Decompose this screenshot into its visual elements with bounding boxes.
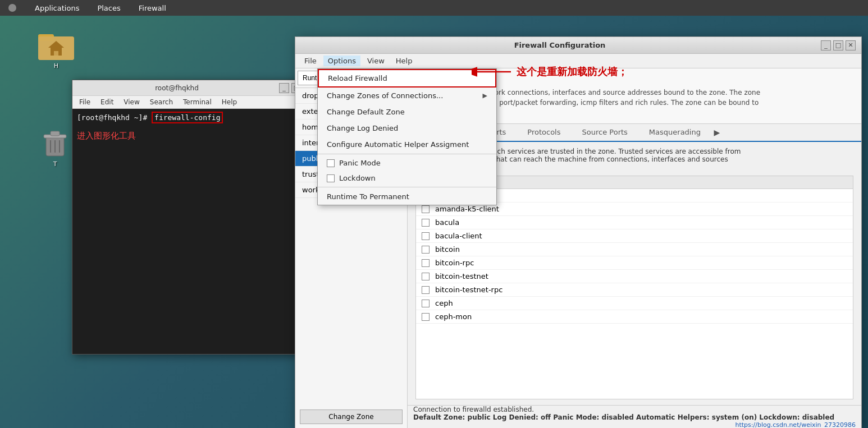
fw-tab-masquerading[interactable]: Masquerading	[638, 124, 711, 141]
fw-maximize-btn[interactable]: □	[833, 40, 843, 50]
fw-services-table: Service amanda-client amanda-k5-client b…	[415, 176, 853, 399]
fw-service-bacula[interactable]: bacula	[416, 216, 853, 229]
fw-status-helpers-label: Automatic Helpers:	[636, 413, 712, 421]
terminal-file-menu[interactable]: File	[76, 97, 94, 107]
terminal-minimize-btn[interactable]: _	[279, 83, 289, 93]
fw-change-zone-button[interactable]: Change Zone	[300, 409, 403, 424]
terminal-terminal-menu[interactable]: Terminal	[180, 97, 215, 107]
svg-rect-9	[51, 131, 60, 136]
fw-tab-source-ports[interactable]: Source Ports	[572, 124, 638, 141]
panic-mode-label: Panic Mode	[339, 159, 381, 167]
submenu-arrow-icon: ▶	[483, 92, 487, 99]
fw-status-url: https://blog.csdn.net/weixin_27320986	[735, 421, 856, 428]
trash-icon[interactable]: T	[38, 129, 72, 168]
menu-item-reload-firewalld[interactable]: Reload Firewalld	[318, 69, 496, 88]
terminal-titlebar: root@fhqkhd _ □ ✕	[72, 80, 318, 96]
terminal-search-menu[interactable]: Search	[147, 97, 176, 107]
fw-service-checkbox-bacula[interactable]	[422, 219, 430, 227]
terminal-help-menu[interactable]: Help	[218, 97, 240, 107]
menu-item-change-log-denied[interactable]: Change Log Denied	[318, 120, 496, 136]
fw-service-checkbox-ceph[interactable]	[422, 300, 430, 307]
fw-status-lockdown-label: Lockdown:	[759, 413, 802, 421]
fw-service-label: bitcoin-testnet	[435, 272, 488, 280]
fw-minimize-btn[interactable]: _	[821, 40, 831, 50]
fw-status-log-denied-val: off	[541, 413, 553, 421]
applications-menu[interactable]: Applications	[31, 3, 83, 13]
menu-item-change-log-denied-label: Change Log Denied	[327, 124, 398, 132]
fw-service-bitcoin-testnet-rpc[interactable]: bitcoin-testnet-rpc	[416, 283, 853, 297]
fw-view-menu[interactable]: View	[363, 56, 389, 66]
fw-service-checkbox-bacula-client[interactable]	[422, 232, 430, 240]
menu-item-change-default-zone[interactable]: Change Default Zone	[318, 104, 496, 120]
svg-rect-6	[54, 51, 58, 56]
fw-tab-next-btn[interactable]: ▶	[711, 124, 723, 141]
terminal-edit-menu[interactable]: Edit	[97, 97, 117, 107]
trash-label: T	[53, 160, 57, 168]
folder-label: H	[54, 62, 58, 70]
menu-item-lockdown[interactable]: Lockdown	[318, 171, 496, 186]
fw-status-connection: Connection to firewalld established.	[413, 406, 856, 413]
fw-file-menu[interactable]: File	[300, 56, 321, 66]
fw-service-checkbox-amanda-k5-client[interactable]	[422, 205, 430, 213]
fw-service-ceph-mon[interactable]: ceph-mon	[416, 310, 853, 324]
fw-service-bacula-client[interactable]: bacula-client	[416, 229, 853, 243]
fw-service-label: ceph-mon	[435, 312, 472, 321]
fw-service-checkbox-ceph-mon[interactable]	[422, 313, 430, 321]
fw-close-btn[interactable]: ✕	[846, 40, 856, 50]
fw-titlebar: Firewall Configuration _ □ ✕	[295, 37, 861, 54]
desktop-folder-icon[interactable]: H	[34, 31, 79, 70]
fw-service-bitcoin-rpc[interactable]: bitcoin-rpc	[416, 256, 853, 270]
fw-status-panic-val: disabled	[602, 413, 637, 421]
folder-svg	[38, 31, 74, 60]
places-menu[interactable]: Places	[94, 3, 124, 13]
fw-service-bitcoin-testnet[interactable]: bitcoin-testnet	[416, 270, 853, 283]
menu-separator-2	[318, 187, 496, 187]
terminal-content[interactable]: [root@fhqkhd ~]# firewall-config 进入图形化工具	[72, 109, 318, 350]
desktop-topbar: Applications Places Firewall	[0, 0, 868, 16]
fw-service-checkbox-bitcoin-rpc[interactable]	[422, 259, 430, 267]
annotation-container: 这个是重新加载防火墙；	[472, 61, 628, 83]
lockdown-checkbox[interactable]	[327, 174, 335, 182]
lockdown-label: Lockdown	[339, 174, 376, 182]
svg-point-0	[8, 4, 16, 12]
fw-service-label: ceph	[435, 299, 453, 307]
menu-item-configure-helpers-label: Configure Automatic Helper Assigment	[327, 140, 469, 149]
fw-status-lockdown-val: disabled	[802, 413, 834, 421]
menu-item-change-default-zone-label: Change Default Zone	[327, 108, 405, 116]
terminal-prompt-line: [root@fhqkhd ~]# firewall-config	[77, 113, 314, 122]
fw-service-label: bacula	[435, 218, 459, 227]
fw-tab-protocols[interactable]: Protocols	[517, 124, 571, 141]
menu-separator-1	[318, 154, 496, 154]
fw-service-checkbox-bitcoin[interactable]	[422, 246, 430, 254]
fw-service-bitcoin[interactable]: bitcoin	[416, 243, 853, 256]
menu-item-configure-helpers[interactable]: Configure Automatic Helper Assigment	[318, 136, 496, 153]
fw-options-menu[interactable]: Options	[323, 56, 360, 66]
fw-status-default-zone-val: public	[468, 413, 493, 421]
fw-service-label: bitcoin	[435, 245, 460, 254]
menu-item-panic-mode[interactable]: Panic Mode	[318, 155, 496, 171]
terminal-title: root@fhqkhd	[77, 84, 277, 92]
fw-service-ceph[interactable]: ceph	[416, 297, 853, 310]
menu-item-runtime-to-permanent[interactable]: Runtime To Permanent	[318, 188, 496, 205]
fw-service-label: amanda-k5-client	[435, 205, 499, 213]
fw-service-checkbox-bitcoin-testnet-rpc[interactable]	[422, 286, 430, 294]
app-icon	[4, 2, 20, 13]
panic-mode-checkbox[interactable]	[327, 159, 335, 167]
trash-svg	[42, 129, 68, 158]
fw-status-helpers-val: system (on)	[712, 413, 760, 421]
fw-service-label: bacula-client	[435, 232, 482, 240]
fw-status-log-denied-label: Log Denied:	[493, 413, 541, 421]
menu-item-change-zones[interactable]: Change Zones of Connections... ▶	[318, 88, 496, 104]
terminal-menubar: File Edit View Search Terminal Help	[72, 96, 318, 109]
terminal-window: root@fhqkhd _ □ ✕ File Edit View Search …	[72, 80, 319, 355]
fw-service-label: bitcoin-rpc	[435, 259, 474, 267]
terminal-annotation: 进入图形化工具	[77, 131, 314, 141]
fw-status-default-zone-label: Default Zone:	[413, 413, 468, 421]
terminal-command: firewall-config	[152, 112, 223, 123]
annotation-arrow-svg	[472, 61, 517, 83]
terminal-view-menu[interactable]: View	[120, 97, 143, 107]
fw-help-menu[interactable]: Help	[391, 56, 417, 66]
firewall-menu[interactable]: Firewall	[135, 3, 170, 13]
menu-item-change-zones-label: Change Zones of Connections...	[327, 91, 443, 100]
fw-service-checkbox-bitcoin-testnet[interactable]	[422, 273, 430, 280]
